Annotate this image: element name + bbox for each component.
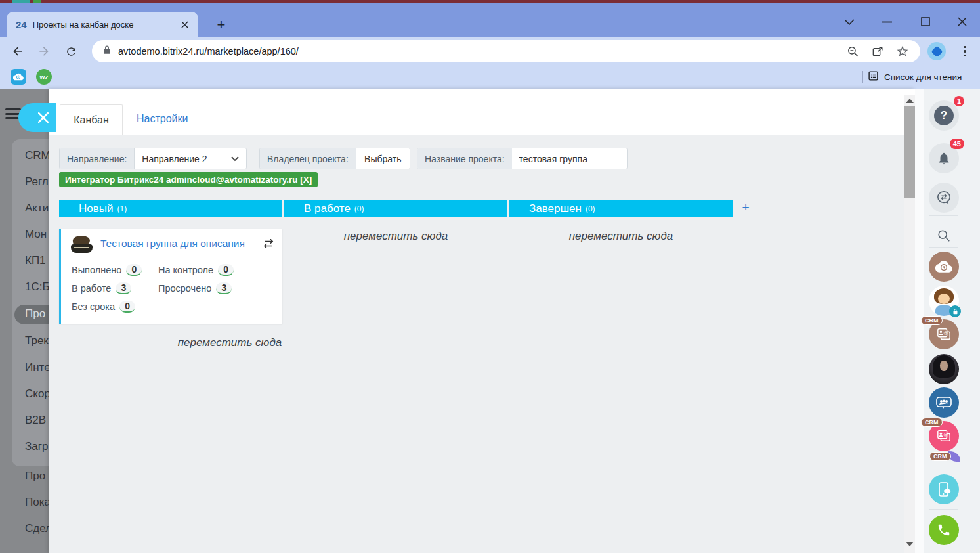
owner-select-button[interactable]: Выбрать [356, 148, 410, 169]
filter-project-name: Название проекта: [417, 148, 628, 169]
column-count: (0) [354, 204, 364, 213]
stat-control-value: 0 [218, 264, 234, 276]
filter-direction-label: Направление: [60, 148, 134, 169]
scrollbar-up-arrow[interactable] [906, 99, 914, 103]
sidebar-item-trek[interactable]: Трек [25, 334, 49, 347]
help-button[interactable]: ? 1 [929, 100, 959, 131]
phone-handset-icon [937, 523, 951, 537]
column-title: В работе [304, 202, 351, 215]
lock-icon [102, 45, 112, 58]
column-header-new: Новый (1) [59, 200, 282, 217]
column-title: Завершен [529, 202, 582, 215]
help-badge: 1 [954, 96, 964, 106]
scrollbar-down-arrow[interactable] [906, 542, 914, 546]
window-dropdown-icon[interactable] [834, 7, 864, 37]
sidebar-item-b2b[interactable]: B2B [25, 414, 46, 427]
sidebar-item-kp1[interactable]: КП1 [25, 254, 46, 267]
new-tab-button[interactable]: + [211, 15, 231, 35]
cloud-clock-icon [935, 260, 952, 273]
call-button[interactable] [929, 515, 959, 545]
phone-cloud-icon [937, 481, 951, 497]
extension-wz-icon[interactable]: wz [36, 69, 52, 85]
url-text[interactable]: avtodemo.bitrix24.ru/marketplace/app/160… [118, 46, 838, 56]
stat-overdue-value: 3 [216, 282, 232, 294]
reading-list-icon [868, 70, 879, 83]
sidebar-item-mon[interactable]: Мон [25, 228, 47, 241]
app-group-button[interactable] [929, 387, 959, 418]
browser-menu-icon[interactable] [955, 40, 975, 62]
chat-button[interactable] [929, 183, 959, 213]
drop-hint-new: переместить сюда [118, 336, 341, 349]
sidebar-item-sdel[interactable]: Сдел [25, 522, 49, 535]
rail-divider [929, 247, 958, 248]
bitrix-left-menu: CRM Регл Акти Мон КП1 1С:Б Про Трек Инте… [0, 89, 49, 553]
sidebar-item-pro2[interactable]: Про [25, 470, 45, 483]
app-cloud-clock-button[interactable] [929, 252, 959, 282]
share-icon[interactable] [868, 41, 887, 61]
chevron-down-icon [231, 156, 239, 162]
direction-select[interactable]: Направление 2 [134, 148, 246, 169]
notifications-button[interactable]: 45 [929, 143, 959, 173]
project-card[interactable]: Тестовая группа для описания Выполнено0 … [59, 229, 282, 324]
reading-list-button[interactable]: Список для чтения [868, 69, 962, 85]
tab-close-icon[interactable] [177, 17, 192, 32]
menu-close-button[interactable] [18, 103, 56, 132]
tab-settings[interactable]: Настройки [137, 113, 188, 125]
sidebar-item-skor[interactable]: Скор [25, 387, 49, 401]
sidebar-item-1c[interactable]: 1С:Б [25, 280, 49, 294]
zoom-out-icon[interactable] [843, 41, 863, 61]
filter-direction: Направление: Направление 2 [59, 148, 247, 169]
crm-badge: CRM [929, 452, 951, 461]
extension-cloud-clock-icon[interactable] [11, 69, 26, 85]
people-icon [935, 396, 952, 409]
stat-done: Выполнено0 [72, 264, 158, 276]
window-maximize-button[interactable] [910, 7, 941, 37]
column-title: Новый [79, 202, 113, 215]
user-avatar-girl[interactable] [929, 286, 959, 316]
sidebar-item-poka[interactable]: Пока [25, 496, 49, 509]
app-crm-partial[interactable]: CRM [929, 451, 960, 462]
add-column-button[interactable]: + [738, 200, 753, 215]
sidebar-item-akti[interactable]: Акти [25, 202, 49, 215]
scrollbar-thumb[interactable] [904, 106, 915, 198]
column-count: (0) [586, 204, 595, 213]
app-mobile-cloud-button[interactable] [929, 474, 959, 504]
app-crm-contacts-pink[interactable]: CRM @ [929, 421, 959, 451]
project-card-link[interactable]: Тестовая группа для описания [100, 237, 245, 250]
svg-text:@: @ [944, 432, 948, 437]
sidebar-item-zagr[interactable]: Загр [25, 440, 48, 453]
svg-text:@: @ [944, 330, 948, 336]
browser-tab[interactable]: 24 Проекты на канбан доске [7, 12, 198, 37]
right-rail: ? 1 45 CRM @ [924, 89, 980, 553]
column-header-done: Завершен (0) [509, 200, 733, 217]
rail-divider [929, 472, 958, 472]
crm-badge: CRM [921, 418, 943, 427]
tab-kanban[interactable]: Канбан [60, 104, 123, 135]
sidebar-item-regl[interactable]: Регл [25, 175, 49, 188]
drop-hint-done: переместить сюда [509, 230, 733, 243]
search-icon [937, 229, 951, 243]
sidebar-item-inte[interactable]: Инте [25, 361, 49, 374]
help-icon: ? [934, 106, 954, 125]
project-name-input[interactable] [512, 148, 627, 169]
browser-profile-avatar[interactable] [927, 42, 946, 60]
window-close-button[interactable] [947, 7, 977, 37]
integrator-badge[interactable]: Интегратор Битрикс24 admincloud@avtomati… [59, 172, 318, 187]
back-icon[interactable] [7, 40, 29, 62]
stat-overdue: Просрочено3 [158, 282, 282, 294]
notifications-badge: 45 [950, 139, 964, 149]
sidebar-item-crm[interactable]: CRM [25, 149, 49, 162]
swap-arrows-icon[interactable] [260, 235, 277, 252]
user-avatar-dark[interactable] [929, 354, 959, 384]
stat-nodeadline: Без срока0 [72, 301, 158, 313]
app-crm-contacts-brown[interactable]: CRM @ [929, 319, 959, 349]
stat-inwork: В работе3 [72, 282, 158, 294]
bookmark-star-icon[interactable] [893, 41, 912, 61]
forward-icon[interactable] [33, 40, 55, 62]
reload-icon[interactable] [60, 40, 82, 62]
contact-card-icon: @ [936, 327, 952, 342]
sidebar-item-pro-active[interactable]: Про [25, 307, 45, 321]
project-stats: Выполнено0 На контроле0 В работе3 Просро… [61, 256, 282, 313]
address-bar[interactable]: avtodemo.bitrix24.ru/marketplace/app/160… [92, 40, 920, 62]
window-minimize-button[interactable] [872, 7, 902, 37]
